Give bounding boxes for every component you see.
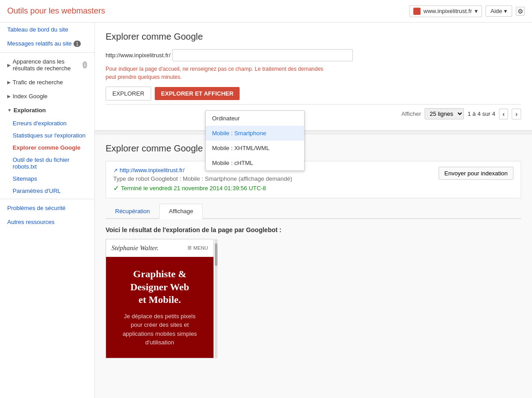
external-link-icon: ↗	[113, 167, 118, 174]
prev-page-button[interactable]: ‹	[499, 109, 509, 119]
bottom-panel-title: Explorer comme Google	[106, 143, 521, 154]
sidebar-item-exploration[interactable]: ▼ Exploration	[0, 103, 94, 117]
mobile-preview-container: Stéphanie Walter. ≡ MENU Graphiste &Desi…	[106, 239, 214, 358]
main-content: Explorer comme Google http://www.inpixel…	[95, 23, 532, 398]
site-name: www.inpixelitrust.fr	[423, 8, 472, 14]
apparence-arrow: ▶	[7, 63, 11, 68]
site-selector[interactable]: www.inpixelitrust.fr ▾	[409, 5, 482, 17]
url-input[interactable]	[172, 49, 353, 61]
lines-select[interactable]: 25 lignes	[425, 108, 464, 119]
check-icon: ✓	[113, 184, 119, 192]
mobile-preview: Stéphanie Walter. ≡ MENU Graphiste &Desi…	[106, 239, 214, 358]
afficher-label: Afficher	[401, 110, 421, 117]
url-hint: Pour indiquer la page d'accueil, ne rens…	[106, 65, 521, 81]
app-title: Outils pour les webmasters	[7, 6, 409, 16]
mobile-menu: ≡ MENU	[187, 244, 208, 252]
pagination-row: Afficher 25 lignes 1 à 4 sur 4 ‹ ›	[106, 104, 521, 121]
sidebar-subitem-stats-exploration[interactable]: Statistiques sur l'exploration	[0, 129, 94, 142]
sidebar-subitem-robots-txt[interactable]: Outil de test du fichier robots.txt	[0, 154, 94, 173]
sidebar-item-tableau-bord[interactable]: Tableau de bord du site	[0, 23, 94, 37]
action-row: EXPLORER EXPLORER ET AFFICHER	[106, 87, 521, 101]
envoyer-indexation-button[interactable]: Envoyer pour indexation	[439, 167, 513, 180]
top-panel-title: Explorer comme Google	[106, 32, 521, 42]
sidebar-item-messages[interactable]: Messages relatifs au site 1	[0, 37, 94, 50]
mobile-preview-header: Stéphanie Walter. ≡ MENU	[106, 239, 213, 257]
sidebar-item-apparence[interactable]: ▶ Apparence dans les résultats de recher…	[0, 55, 94, 75]
page-info: 1 à 4 sur 4	[467, 110, 495, 117]
dropdown-item-mobile-chtml[interactable]: Mobile : cHTML	[206, 156, 304, 170]
result-robot-type: Type de robot Googlebot : Mobile : Smart…	[113, 175, 292, 182]
site-dropdown-arrow: ▾	[475, 8, 478, 14]
sidebar-divider-1	[0, 52, 94, 53]
site-icon	[413, 8, 421, 15]
sidebar-item-autres-ressources[interactable]: Autres ressources	[0, 215, 94, 229]
mobile-hero-title: Graphiste &Designer Webet Mobile.	[113, 268, 206, 307]
url-row: http://www.inpixelitrust.fr/	[106, 49, 521, 61]
sidebar-subitem-parametres-url[interactable]: Paramètres d'URL	[0, 185, 94, 197]
result-description: Voici le résultat de l'exploration de la…	[106, 226, 521, 233]
tab-affichage[interactable]: Affichage	[159, 204, 203, 219]
mobile-logo: Stéphanie Walter.	[111, 244, 158, 252]
panel-separator	[95, 131, 532, 134]
preview-scrollbar[interactable]	[215, 239, 217, 358]
sidebar-item-trafic[interactable]: ▶ Trafic de recherche	[0, 75, 94, 89]
next-page-button[interactable]: ›	[512, 109, 521, 119]
sidebar-item-problemes-securite[interactable]: Problèmes de sécurité	[0, 201, 94, 215]
top-panel: Explorer comme Google http://www.inpixel…	[95, 23, 532, 131]
sidebar-subitem-explorer-google[interactable]: Explorer comme Google	[0, 142, 94, 154]
settings-gear-icon[interactable]: ⚙	[516, 7, 525, 16]
sidebar: Tableau de bord du site Messages relatif…	[0, 23, 95, 398]
explorer-button[interactable]: EXPLORER	[106, 87, 151, 101]
bottom-panel: Explorer comme Google ↗ http://www.inpix…	[95, 134, 532, 398]
dropdown-item-mobile-xhtml[interactable]: Mobile : XHTML/WML	[206, 141, 304, 156]
sidebar-item-index-google[interactable]: ▶ Index Google	[0, 89, 94, 103]
preview-scrollbar-thumb	[215, 243, 217, 266]
explorer-afficher-button[interactable]: EXPLORER ET AFFICHER	[155, 87, 240, 100]
result-status: ✓ Terminé le vendredi 21 novembre 2014 0…	[113, 184, 292, 192]
result-info-box: ↗ http://www.inpixelitrust.fr/ Type de r…	[106, 161, 521, 198]
sidebar-divider-2	[0, 199, 94, 199]
help-button[interactable]: Aide ▾	[486, 5, 512, 17]
layout: Tableau de bord du site Messages relatif…	[0, 23, 532, 398]
header: Outils pour les webmasters www.inpixelit…	[0, 0, 532, 23]
sidebar-subitem-erreurs-exploration[interactable]: Erreurs d'exploration	[0, 117, 94, 129]
mobile-hero-text: Je déplace des petits pixelspour créer d…	[113, 312, 206, 347]
dropdown-item-mobile-smartphone[interactable]: Mobile : Smartphone	[206, 126, 304, 141]
index-arrow: ▶	[7, 94, 11, 99]
apparence-info-icon[interactable]: i	[83, 61, 87, 69]
exploration-arrow: ▼	[7, 108, 12, 113]
dropdown-item-ordinateur[interactable]: Ordinateur	[206, 111, 304, 126]
mobile-menu-label: MENU	[194, 245, 208, 251]
header-right: www.inpixelitrust.fr ▾ Aide ▾ ⚙	[409, 5, 525, 17]
mobile-hero-section: Graphiste &Designer Webet Mobile. Je dép…	[106, 257, 213, 358]
messages-badge: 1	[74, 41, 81, 47]
sidebar-subitem-sitemaps[interactable]: Sitemaps	[0, 173, 94, 185]
hamburger-icon: ≡	[187, 244, 191, 252]
trafic-arrow: ▶	[7, 80, 11, 85]
url-base: http://www.inpixelitrust.fr/	[106, 52, 172, 59]
device-dropdown: Ordinateur Mobile : Smartphone Mobile : …	[205, 110, 305, 171]
result-tabs: Récupération Affichage	[106, 204, 521, 219]
help-arrow: ▾	[504, 8, 507, 14]
help-label: Aide	[490, 8, 502, 14]
tab-recuperation[interactable]: Récupération	[106, 204, 159, 218]
